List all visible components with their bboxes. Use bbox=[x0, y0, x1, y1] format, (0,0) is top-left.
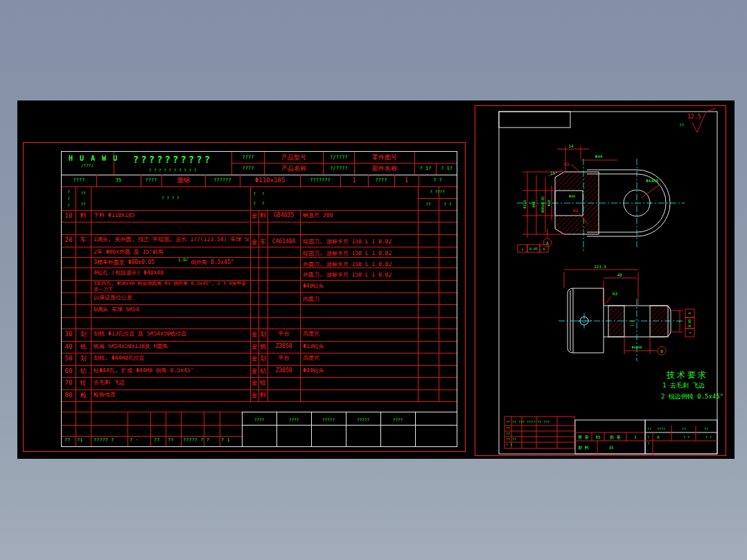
op-equip: 平台 bbox=[267, 331, 300, 337]
summary-label: ????? bbox=[313, 418, 344, 422]
sheet-no: ? ? bbox=[705, 435, 712, 439]
rev-token: ????? ? bbox=[94, 438, 114, 443]
product-model-value: ?/???? bbox=[324, 155, 354, 160]
op-desc: 1调头, 夹外圆, 找正 平端面, 总长 177(123.54) 车球 SR54 bbox=[94, 237, 249, 243]
product-name-value: ?/???? bbox=[324, 166, 354, 171]
page-count: ? 1? bbox=[415, 166, 436, 171]
card-title: ?????????? bbox=[116, 155, 229, 164]
colhdr-mark: ? bbox=[258, 202, 267, 206]
section-hatch bbox=[608, 306, 624, 337]
section-hatch bbox=[650, 306, 668, 337]
op-tool: 内圆刀 bbox=[303, 297, 416, 302]
op-dept: 金 bbox=[250, 380, 258, 386]
op-equip: Z3050 bbox=[267, 344, 300, 349]
drawing-view: 12.5 ?? bbox=[475, 106, 726, 455]
hole-leader-label: Φ44H8 bbox=[646, 178, 658, 183]
op-type: 钳 bbox=[76, 380, 91, 386]
op-type: 铣 bbox=[76, 344, 91, 350]
op-desc: 4钻孔 (包括顶尖) Φ40x40 bbox=[94, 270, 249, 276]
op-equip: Z3050 bbox=[267, 368, 300, 374]
rev-token: ?? bbox=[64, 438, 70, 443]
length-dim: 123.5 bbox=[594, 264, 606, 269]
op-desc: 检验传库 bbox=[94, 392, 249, 398]
fcf-ref: A bbox=[543, 247, 545, 251]
op-desc: 划线 Φ13孔位置 及 SR54x50铣位置 bbox=[94, 331, 249, 337]
fcf-symbol: ⊥ bbox=[687, 331, 692, 333]
company-logo: H U A W U bbox=[69, 155, 118, 162]
hole-dim-label: Φ44H8 bbox=[631, 345, 642, 349]
op-desc: 划线, Φ44H8孔位置 bbox=[94, 356, 249, 361]
op-no: 30 bbox=[62, 331, 76, 338]
width-dim: 40 bbox=[617, 272, 622, 277]
rev-token: ?1 bbox=[77, 438, 82, 443]
op-kind: 划 bbox=[258, 331, 267, 338]
mat-size: Φ110x185 bbox=[240, 177, 300, 184]
tb-mid-grid bbox=[575, 426, 717, 454]
datum-b-label: B bbox=[660, 349, 663, 353]
colhdr-mark: ?? bbox=[76, 191, 91, 195]
mat-c2: ???? bbox=[141, 178, 161, 183]
op-dept: 金 bbox=[250, 392, 258, 399]
part-drawing-sheet: 12.5 ?? bbox=[475, 105, 726, 456]
dia-label: Φ50 bbox=[547, 200, 551, 206]
op-desc: 6调头 车球 SR54 bbox=[94, 307, 249, 313]
fillet-label: R3 bbox=[613, 291, 618, 296]
op-no: 70 bbox=[62, 380, 76, 386]
op-no: 10 bbox=[62, 213, 76, 219]
upper-view: 14 Φ44 R3 15° Φ110 Φ86 Φ80±0.05 Φ50 Φ40 … bbox=[517, 143, 685, 253]
sheet-frame bbox=[499, 112, 717, 454]
process-card-table: H U A W U /???/ ?????????? ? ? ? ? ? ? ?… bbox=[61, 151, 457, 447]
tb-side-mark: ? bbox=[647, 441, 649, 446]
lower-dimensions bbox=[564, 270, 638, 305]
logo-flourish: /???/ bbox=[81, 164, 94, 168]
weight-value: 85 bbox=[595, 435, 601, 439]
product-name-label: 产品名称 bbox=[265, 166, 323, 172]
qty-value: 1 bbox=[634, 435, 637, 439]
op-desc: 铣扁 SR54x50x118及 R圆角 bbox=[94, 344, 249, 349]
tb-side-mark: ? bbox=[647, 435, 649, 439]
dia-label: Φ110 bbox=[522, 200, 527, 209]
op-desc: 倒外角 0.5x45° bbox=[191, 260, 234, 265]
rev-header: ?? ?? ??? ???? ?? ??? bbox=[506, 420, 550, 424]
op-tool: 端面刀, 游标卡尺 150 L 1 0.02 bbox=[303, 251, 416, 256]
op-no: 80 bbox=[62, 392, 76, 399]
colhdr-time-sub: ? ? bbox=[439, 202, 457, 207]
op-kind: 划 bbox=[258, 356, 267, 362]
material-value: 35 bbox=[608, 445, 614, 450]
op-desc-wrap: 求一刀下 bbox=[94, 288, 113, 292]
colhdr-mark: ? bbox=[258, 192, 267, 196]
star-mark: * bbox=[678, 320, 681, 324]
colhdr-mark: ? bbox=[62, 190, 76, 194]
op-dept: 金 bbox=[250, 368, 258, 374]
material-label: 材 料 bbox=[577, 445, 589, 450]
rev-token: ????? ? ? bbox=[183, 438, 209, 443]
op-tool: 端面刀, 游标卡尺 150 L 1 0.02 bbox=[303, 239, 416, 245]
roughness-note: 1.9√ bbox=[178, 258, 188, 262]
technical-requirements: 技术要求 1 去毛刺 飞边 2 锐边倒钝 0.5x45° bbox=[661, 370, 723, 400]
op-tool: Φ44钻头 bbox=[303, 368, 416, 374]
op-type: 钻 bbox=[76, 368, 91, 374]
mat-c4: ?????? bbox=[205, 178, 240, 183]
op-no: 50 bbox=[62, 356, 76, 362]
tb-row-label: ?? bbox=[506, 432, 510, 436]
colhdr-time-sub: ?? bbox=[418, 202, 439, 207]
op-kind: 铣 bbox=[258, 344, 267, 350]
mat-c10: ? ? bbox=[419, 178, 457, 183]
mat-c6: ??????? bbox=[300, 178, 340, 183]
op-kind: 料 bbox=[258, 213, 267, 219]
tech-req-item: 1 去毛刺 飞边 bbox=[662, 382, 705, 389]
summary-label: ????? bbox=[347, 418, 379, 422]
op-equip: GB4035 bbox=[267, 213, 300, 218]
card-subtitle: ? ? ? ? ? ? ? ? ? ? bbox=[116, 168, 229, 173]
summary-label: ???? bbox=[382, 418, 414, 422]
op-desc: 下料 Φ110x185 bbox=[94, 213, 249, 218]
colhdr-mark: ? bbox=[62, 197, 76, 201]
fcf-value: 0.05 bbox=[529, 247, 538, 251]
sheet-total: ? ? bbox=[683, 435, 689, 439]
fcf-value: 0.05 bbox=[687, 319, 692, 327]
colhdr-desc: ? ? ? ? bbox=[91, 196, 250, 200]
tb-row-label: ?? bbox=[506, 426, 510, 430]
summary-label: ???? bbox=[278, 418, 310, 422]
mat-grade: 35 bbox=[96, 178, 141, 183]
dim-label: 14 bbox=[568, 143, 574, 148]
